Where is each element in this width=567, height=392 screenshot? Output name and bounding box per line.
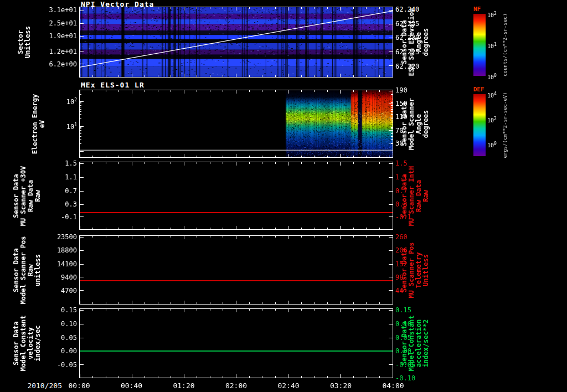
tick-mark	[80, 126, 84, 127]
tick-mark	[236, 236, 236, 239]
tick-mark	[80, 36, 84, 37]
tick-mark	[327, 309, 328, 311]
tick-mark	[366, 7, 367, 9]
tick-mark	[314, 90, 315, 92]
tick-mark	[366, 90, 367, 92]
tick-mark	[210, 90, 210, 92]
tick-mark	[340, 226, 341, 229]
tick-mark	[197, 90, 197, 92]
tick-mark	[301, 162, 302, 164]
tick-mark	[301, 309, 302, 311]
tick-mark	[379, 302, 380, 304]
tick-mark	[366, 156, 367, 157]
tick-mark	[158, 90, 158, 92]
tick-mark	[353, 7, 354, 9]
tick-mark	[301, 7, 302, 9]
tick-mark	[80, 250, 84, 251]
tick-mark	[236, 162, 236, 166]
tick-mark	[92, 302, 93, 304]
tick-mark	[80, 301, 80, 304]
tick-mark	[262, 7, 262, 9]
axis-title-line: index/sec**2	[422, 288, 430, 392]
tick-mark	[288, 90, 288, 94]
tick-mark	[391, 139, 393, 140]
tick-mark	[145, 75, 145, 77]
tick-mark	[80, 277, 84, 277]
tick-mark	[223, 228, 223, 229]
tick-mark	[223, 156, 223, 157]
tick-mark	[301, 228, 302, 229]
tick-mark	[327, 75, 328, 77]
tick-mark	[118, 228, 119, 229]
tick-mark	[249, 309, 250, 311]
tick-mark	[118, 7, 119, 9]
tick-mark	[92, 75, 93, 77]
tick-mark	[171, 376, 171, 378]
tick-mark	[340, 90, 341, 94]
tick-mark	[184, 226, 184, 229]
tick-mark	[197, 75, 197, 77]
tick-mark	[80, 101, 84, 102]
tick-mark	[391, 104, 393, 104]
y-tick-label: 3.1e+01	[35, 6, 77, 14]
tick-mark	[132, 374, 132, 378]
tick-mark	[145, 236, 145, 238]
tick-mark	[262, 228, 262, 229]
tick-mark	[80, 226, 80, 229]
tick-mark	[184, 374, 184, 378]
tick-mark	[288, 154, 288, 157]
tick-mark	[314, 236, 315, 238]
tick-mark	[106, 90, 106, 92]
tick-mark	[80, 338, 84, 338]
tick-mark	[80, 74, 80, 77]
tick-mark	[80, 177, 84, 178]
tick-mark	[223, 90, 223, 92]
tick-mark	[262, 90, 262, 92]
tick-mark	[340, 309, 341, 312]
tick-mark	[210, 376, 210, 378]
panel-model-constant	[79, 308, 393, 378]
panel-els	[79, 90, 393, 158]
tick-mark	[132, 309, 132, 312]
x-tick-label: 02:00	[220, 381, 253, 390]
axis-title: Sensor DataModel Constantvelocityindex/s…	[13, 288, 42, 392]
tick-mark	[249, 156, 250, 157]
tick-mark	[391, 111, 393, 112]
tick-mark	[391, 130, 393, 131]
panel-mu-scanner-30v	[79, 162, 393, 230]
tick-mark	[327, 302, 328, 304]
tick-mark	[132, 162, 132, 166]
tick-mark	[80, 264, 84, 265]
tick-mark	[118, 75, 119, 77]
tick-mark	[288, 374, 288, 378]
tick-mark	[158, 162, 158, 164]
tick-mark	[391, 143, 393, 144]
tick-mark	[301, 156, 302, 157]
tick-mark	[118, 302, 119, 304]
tick-mark	[389, 65, 393, 66]
tick-mark	[92, 7, 93, 9]
tick-mark	[80, 114, 81, 115]
tick-mark	[236, 90, 236, 94]
tick-mark	[210, 75, 210, 77]
tick-mark	[353, 90, 354, 92]
tick-mark	[389, 277, 393, 277]
tick-mark	[288, 236, 288, 239]
tick-mark	[389, 191, 393, 192]
tick-mark	[80, 111, 81, 112]
tick-mark	[80, 107, 81, 107]
tick-mark	[314, 376, 315, 378]
tick-mark	[288, 74, 288, 77]
tick-mark	[80, 290, 84, 291]
tick-mark	[197, 309, 197, 311]
tick-mark	[391, 102, 393, 103]
tick-mark	[314, 309, 315, 311]
tick-mark	[158, 228, 158, 229]
tick-mark	[366, 228, 367, 229]
tick-mark	[184, 236, 184, 239]
tick-mark	[80, 64, 84, 64]
tick-mark	[327, 376, 328, 378]
tick-mark	[389, 250, 393, 251]
tick-mark	[327, 228, 328, 229]
tick-mark	[262, 376, 262, 378]
